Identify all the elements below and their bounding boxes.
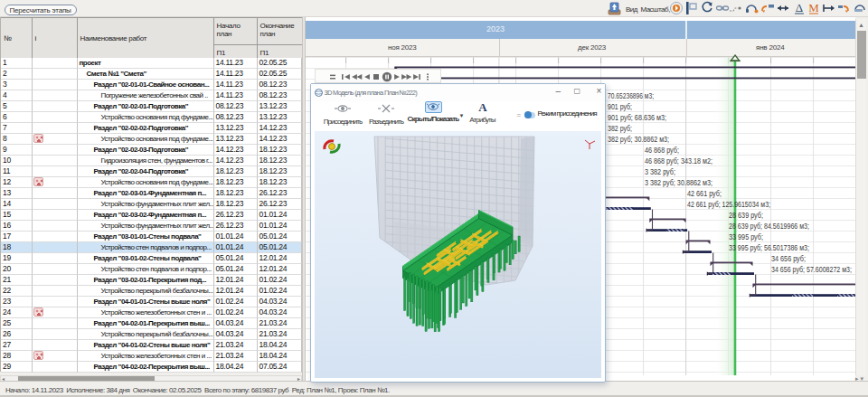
svg-text:901 руб; 68.636 м3;: 901 руб; 68.636 м3; xyxy=(608,113,666,122)
svg-text:M: M xyxy=(808,1,819,14)
svg-text:3 382 руб;: 3 382 руб; xyxy=(645,167,675,176)
svg-text:46 868 руб;: 46 868 руб; xyxy=(645,146,679,155)
svg-text:42 661 руб; 125.9615034 м3;: 42 661 руб; 125.9615034 м3; xyxy=(687,200,770,209)
svg-text:34 656 руб;: 34 656 руб; xyxy=(771,254,806,263)
svg-text:46 868 руб; 343.18 м2;: 46 868 руб; 343.18 м2; xyxy=(645,156,712,165)
svg-text:33 995 руб;: 33 995 руб; xyxy=(729,232,763,241)
svg-text:70.65236896 м3;: 70.65236896 м3; xyxy=(608,91,654,100)
svg-text:28 639 руб;: 28 639 руб; xyxy=(729,211,763,220)
svg-text:382 руб;: 382 руб; xyxy=(608,124,632,133)
svg-text:382 руб; 30.8862 м3;: 382 руб; 30.8862 м3; xyxy=(608,135,669,144)
svg-text:33 995 руб; 56.5017386 м3;: 33 995 руб; 56.5017386 м3; xyxy=(729,243,809,252)
svg-text:42 661 руб;: 42 661 руб; xyxy=(687,189,722,198)
svg-text:901 руб;: 901 руб; xyxy=(608,102,632,111)
svg-text:3 382 руб; 30.8862 м3;: 3 382 руб; 30.8862 м3; xyxy=(645,178,712,187)
svg-text:28 639 руб; 84.5619966 м3;: 28 639 руб; 84.5619966 м3; xyxy=(729,222,809,231)
svg-text:34 656 руб; 57.6008272 м3;: 34 656 руб; 57.6008272 м3; xyxy=(771,265,852,274)
svg-text:Δ: Δ xyxy=(796,1,803,14)
